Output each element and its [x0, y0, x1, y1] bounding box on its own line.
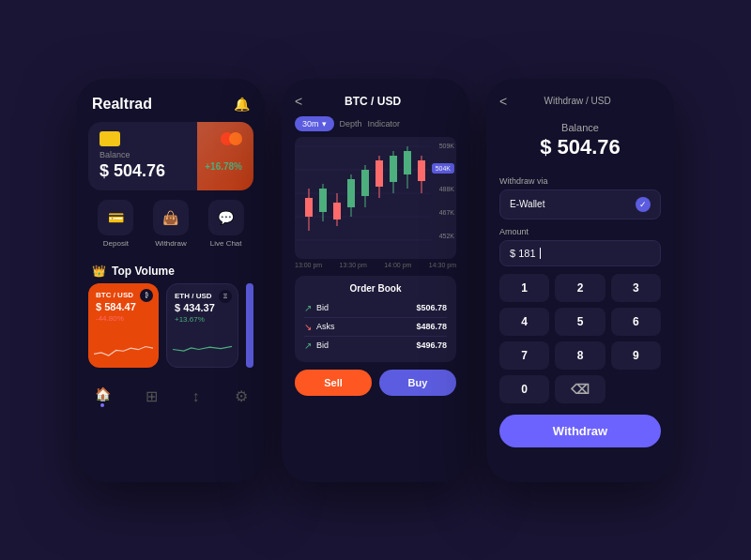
sell-button[interactable]: Sell — [295, 370, 372, 396]
key-6[interactable]: 6 — [611, 308, 661, 336]
time-1430: 14:30 pm — [429, 262, 456, 268]
withdraw-form: Withdraw via E-Wallet ✓ Amount $ 181 — [486, 176, 674, 266]
timeframe-bar: 30m ▾ Depth Indicator — [282, 116, 469, 137]
order-book: Order Book ↗ Bid $506.78 ↘ Asks $486.78 … — [295, 276, 456, 362]
depth-label[interactable]: Depth — [340, 119, 362, 129]
order-row-asks: ↘ Asks $486.78 — [304, 318, 447, 337]
up-arrow-icon: ↗ — [304, 303, 312, 313]
bottom-nav: 🏠 ⊞ ↕ ⚙ — [77, 377, 265, 420]
nav-home[interactable]: 🏠 — [95, 386, 111, 407]
nav-transfer[interactable]: ↕ — [192, 386, 200, 407]
withdraw-header: < Withdraw / USD — [486, 79, 674, 116]
deposit-label: Deposit — [103, 239, 129, 248]
phones-container: Realtrad 🔔 Balance $ 504.76 +16.78% 💳 De… — [58, 60, 693, 501]
down-arrow-icon: ↘ — [304, 322, 312, 332]
chart-header: < BTC / USD — [282, 79, 469, 116]
bid2-price: $496.78 — [416, 341, 447, 350]
btc-badge: ₿ — [140, 289, 153, 302]
btc-change: -44.80% — [96, 314, 151, 323]
action-buttons: 💳 Deposit 👜 Withdraw 💬 Live Chat — [77, 190, 265, 257]
svg-rect-6 — [305, 198, 313, 217]
key-4[interactable]: 4 — [499, 308, 549, 336]
order-row-bid1: ↗ Bid $506.78 — [304, 299, 447, 318]
amount-label: Amount — [499, 227, 661, 236]
price-badge-504k: 504K — [432, 163, 454, 174]
wallet-selector[interactable]: E-Wallet ✓ — [499, 189, 661, 219]
chat-icon: 💬 — [208, 200, 244, 235]
svg-rect-16 — [376, 160, 383, 187]
buy-button[interactable]: Buy — [379, 370, 456, 396]
withdraw-via-label: Withdraw via — [499, 176, 661, 186]
deposit-action[interactable]: 💳 Deposit — [98, 200, 133, 248]
phone-withdraw: < Withdraw / USD Balance $ 504.76 Withdr… — [486, 79, 674, 482]
withdraw-header-title: Withdraw / USD — [544, 96, 611, 106]
chart-time-labels: 13:00 pm 13:30 pm 14:00 pm 14:30 pm — [282, 259, 469, 272]
eth-change: +13.67% — [175, 315, 230, 324]
card-icon-yellow — [100, 131, 120, 146]
numeric-keypad: 1 2 3 4 5 6 7 8 9 0 ⌫ — [486, 266, 674, 411]
up-arrow-icon-2: ↗ — [304, 341, 312, 351]
nav-grid[interactable]: ⊞ — [146, 386, 158, 407]
eth-card[interactable]: Ξ ETH / USD $ 434.37 +13.67% — [166, 283, 238, 368]
price-509k: 509K — [439, 143, 454, 149]
btc-card[interactable]: ₿ BTC / USD $ 584.47 -44.80% — [88, 283, 159, 368]
svg-rect-22 — [418, 160, 425, 181]
timeframe-selector[interactable]: 30m ▾ — [295, 116, 334, 131]
price-467k: 467K — [439, 209, 454, 216]
cursor — [540, 248, 541, 259]
balance-change: +16.78% — [205, 161, 242, 172]
key-8[interactable]: 8 — [555, 341, 605, 370]
order-row-bid2: ↗ Bid $496.78 — [304, 337, 447, 355]
btc-price: $ 584.47 — [96, 301, 151, 312]
key-9[interactable]: 9 — [611, 341, 661, 370]
livechat-action[interactable]: 💬 Live Chat — [208, 200, 244, 248]
withdraw-balance: Balance $ 504.76 — [486, 116, 674, 169]
key-2[interactable]: 2 — [555, 274, 605, 302]
delete-key[interactable]: ⌫ — [555, 375, 605, 403]
withdraw-balance-label: Balance — [486, 122, 674, 133]
withdraw-back-button[interactable]: < — [499, 94, 507, 109]
chart-svg — [295, 137, 456, 259]
key-7[interactable]: 7 — [499, 341, 549, 370]
balance-card: Balance $ 504.76 +16.78% — [88, 122, 253, 190]
asks-label: Asks — [316, 322, 335, 331]
key-1[interactable]: 1 — [499, 274, 549, 302]
app-title: Realtrad — [92, 96, 152, 113]
orderbook-title: Order Book — [304, 283, 447, 294]
back-button[interactable]: < — [295, 94, 302, 109]
key-5[interactable]: 5 — [555, 308, 605, 336]
btc-mini-chart — [94, 337, 153, 360]
bid1-label: Bid — [316, 303, 329, 312]
key-3[interactable]: 3 — [611, 274, 661, 302]
svg-rect-8 — [319, 189, 327, 212]
time-1300: 13:00 pm — [295, 262, 322, 268]
indicator-label[interactable]: Indicator — [368, 119, 401, 129]
withdraw-button[interactable]: Withdraw — [499, 415, 661, 447]
wallet-option-label: E-Wallet — [510, 199, 544, 209]
order-left-bid1: ↗ Bid — [304, 303, 329, 313]
eth-price: $ 434.37 — [175, 302, 230, 313]
withdraw-label: Withdraw — [155, 239, 186, 248]
order-left-bid2: ↗ Bid — [304, 341, 329, 351]
top-volume-title: 👑 Top Volume — [77, 257, 265, 283]
dashboard-header: Realtrad 🔔 — [77, 79, 265, 122]
svg-rect-12 — [347, 179, 355, 207]
price-452k: 452K — [439, 233, 454, 239]
key-0[interactable]: 0 — [499, 375, 549, 403]
svg-rect-20 — [404, 151, 411, 174]
order-left-asks: ↘ Asks — [304, 322, 335, 332]
withdraw-action[interactable]: 👜 Withdraw — [153, 200, 189, 248]
extra-card — [246, 283, 253, 368]
phone-chart: < BTC / USD 30m ▾ Depth Indicator — [282, 79, 469, 482]
candlestick-chart: 509K 504K 488K 467K 452K — [295, 137, 456, 259]
check-icon: ✓ — [636, 197, 651, 212]
time-1330: 13:30 pm — [340, 262, 367, 268]
amount-input[interactable]: $ 181 — [499, 240, 661, 266]
chart-title: BTC / USD — [345, 95, 401, 108]
svg-rect-10 — [333, 203, 341, 219]
bid2-label: Bid — [316, 341, 329, 350]
asks-price: $486.78 — [416, 322, 447, 331]
livechat-label: Live Chat — [210, 239, 242, 248]
nav-settings[interactable]: ⚙ — [235, 386, 248, 407]
bell-icon[interactable]: 🔔 — [234, 97, 250, 112]
